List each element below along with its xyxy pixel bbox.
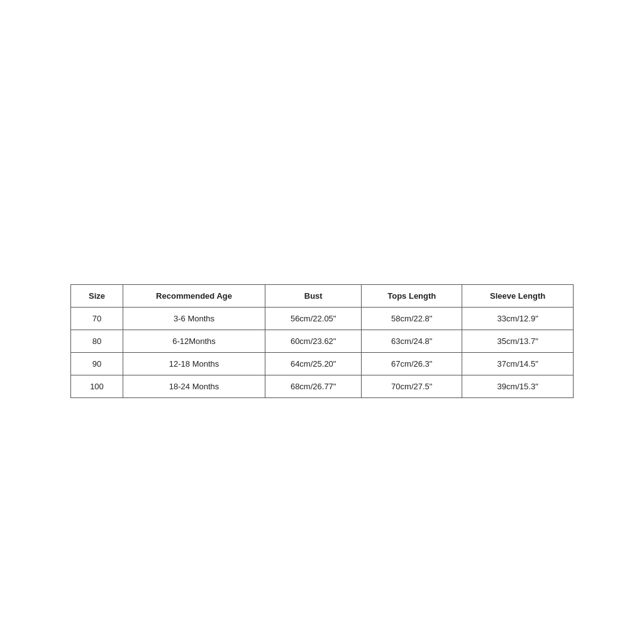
size-chart-container: Size Recommended Age Bust Tops Length Sl…: [0, 0, 644, 644]
table-cell-r2-c1: 12-18 Months: [123, 352, 265, 375]
size-chart-table: Size Recommended Age Bust Tops Length Sl…: [70, 284, 574, 398]
table-header-row: Size Recommended Age Bust Tops Length Sl…: [71, 284, 574, 307]
table-cell-r1-c2: 60cm/23.62": [265, 330, 362, 352]
table-cell-r3-c2: 68cm/26.77": [265, 375, 362, 397]
table-cell-r0-c3: 58cm/22.8": [362, 307, 462, 330]
table-cell-r1-c1: 6-12Months: [123, 330, 265, 352]
table-row: 703-6 Months56cm/22.05"58cm/22.8"33cm/12…: [71, 307, 574, 330]
table-cell-r0-c1: 3-6 Months: [123, 307, 265, 330]
table-cell-r2-c4: 37cm/14.5": [462, 352, 574, 375]
col-header-bust: Bust: [265, 284, 362, 307]
table-cell-r0-c2: 56cm/22.05": [265, 307, 362, 330]
col-header-size: Size: [71, 284, 123, 307]
table-cell-r2-c3: 67cm/26.3": [362, 352, 462, 375]
table-cell-r0-c0: 70: [71, 307, 123, 330]
table-cell-r1-c3: 63cm/24.8": [362, 330, 462, 352]
table-cell-r1-c0: 80: [71, 330, 123, 352]
table-cell-r3-c0: 100: [71, 375, 123, 397]
table-cell-r0-c4: 33cm/12.9": [462, 307, 574, 330]
table-cell-r1-c4: 35cm/13.7": [462, 330, 574, 352]
table-cell-r2-c2: 64cm/25.20": [265, 352, 362, 375]
table-row: 10018-24 Months68cm/26.77"70cm/27.5"39cm…: [71, 375, 574, 397]
table-cell-r3-c1: 18-24 Months: [123, 375, 265, 397]
table-row: 9012-18 Months64cm/25.20"67cm/26.3"37cm/…: [71, 352, 574, 375]
table-cell-r3-c3: 70cm/27.5": [362, 375, 462, 397]
col-header-sleeve-length: Sleeve Length: [462, 284, 574, 307]
col-header-age: Recommended Age: [123, 284, 265, 307]
col-header-tops-length: Tops Length: [362, 284, 462, 307]
table-cell-r2-c0: 90: [71, 352, 123, 375]
table-cell-r3-c4: 39cm/15.3": [462, 375, 574, 397]
table-row: 806-12Months60cm/23.62"63cm/24.8"35cm/13…: [71, 330, 574, 352]
